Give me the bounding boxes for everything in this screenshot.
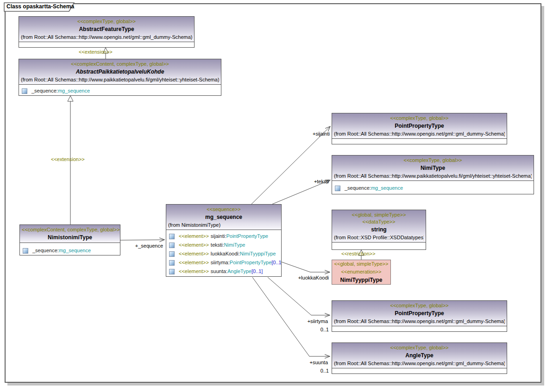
class-name: AngleType [334, 351, 505, 360]
class-box-nimityyppitype[interactable]: <<global, simpleType>> <<enumeration>> N… [332, 260, 391, 285]
empty-compartment [332, 326, 507, 331]
empty-compartment [332, 368, 507, 373]
class-name: string [334, 225, 424, 234]
attribute-compartment: _sequence:mg_sequence [332, 180, 534, 194]
attribute-type: PointPropertyType [226, 232, 268, 241]
class-stereotype: <<global, simpleType>> [334, 212, 424, 218]
edge-label-extension-top[interactable]: <<extension>> [79, 49, 132, 55]
attribute-name: siirtyma: [211, 258, 230, 267]
attribute-name: _sequence: [32, 246, 59, 255]
attribute-row[interactable]: <<element>>siirtyma:PointPropertyType[0.… [166, 258, 281, 267]
class-header: <<complexContent, complexType, global>> … [20, 225, 120, 243]
attribute-icon [169, 251, 175, 257]
edge-label-restriction[interactable]: <<restriction>> [341, 251, 375, 256]
attribute-icon [23, 248, 28, 254]
attribute-icon [169, 234, 175, 239]
class-box-angletype[interactable]: <<complexType, global>> AngleType (from … [332, 342, 507, 374]
attribute-type: mg_sequence [58, 87, 90, 95]
class-stereotype: <<sequence>> [168, 206, 279, 213]
class-stereotype: <<complexContent, complexType, global>> [22, 226, 118, 233]
attribute-stereotype: <<element>> [179, 241, 209, 249]
empty-compartment [332, 242, 426, 249]
edge-label-role-luokkakoodi[interactable]: +luokkaKoodi [283, 275, 329, 280]
class-from: (from Root::All Schemas::http://www.open… [334, 360, 505, 367]
attribute-icon [22, 88, 27, 94]
attribute-row[interactable]: <<element>>suunta:AngleType[0..1] [166, 267, 281, 276]
class-stereotype: <<dataType>> [334, 218, 424, 225]
class-name: NimiTyyppiType [332, 276, 390, 284]
attribute-name: sijainti: [211, 232, 226, 241]
attribute-multiplicity: [0..1] [271, 258, 281, 267]
class-header: <<global, simpleType>> <<dataType>> stri… [332, 210, 426, 242]
attribute-row[interactable]: _sequence:mg_sequence [332, 184, 534, 193]
empty-compartment [19, 42, 194, 47]
class-header: <<complexType, global>> AngleType (from … [332, 343, 507, 368]
class-header: <<complexType, global>> PointPropertyTyp… [332, 113, 507, 138]
class-from: (from Root::All Schemas::http://www.paik… [334, 172, 532, 180]
class-stereotype: <<complexType, global>> [334, 115, 505, 122]
edge-label-role-sijainti[interactable]: +sijainti [296, 131, 330, 137]
class-stereotype: <<enumeration>> [332, 268, 390, 276]
class-box-abstractfeaturetype[interactable]: <<complexType, global>> AbstractFeatureT… [19, 16, 195, 48]
class-header: <<sequence>> mg_sequence (from Nimistoni… [166, 205, 281, 230]
class-header: <<complexType, global>> PointPropertyTyp… [332, 301, 507, 326]
attribute-row[interactable]: <<element>>sijainti:PointPropertyType [166, 232, 281, 241]
attribute-stereotype: <<element>> [179, 249, 209, 258]
edge-label-role-teksti[interactable]: +teksti [296, 179, 329, 184]
edge-label-extension-left[interactable]: <<extension>> [51, 156, 85, 162]
attribute-name: suunta: [211, 267, 227, 276]
class-from: (from Root::All Schemas::http://www.paik… [21, 76, 219, 83]
attribute-row[interactable]: _sequence:mg_sequence [19, 87, 221, 95]
attribute-multiplicity: [0..1] [251, 267, 263, 276]
class-name: NimiType [334, 164, 532, 172]
class-stereotype: <<complexType, global>> [334, 157, 532, 164]
assoc-sijainti[interactable] [251, 126, 330, 204]
assoc-sequence[interactable] [120, 240, 164, 240]
edge-label-role-siirtyma[interactable]: +siirtyma [292, 318, 328, 324]
attribute-stereotype: <<element>> [179, 267, 209, 276]
attribute-icon [169, 260, 175, 266]
attribute-row[interactable]: <<element>>teksti:NimiType [166, 241, 281, 249]
empty-compartment [332, 138, 507, 144]
edge-label-role-suunta[interactable]: +suunta [292, 360, 328, 365]
class-box-mg-sequence[interactable]: <<sequence>> mg_sequence (from Nimistoni… [166, 204, 282, 277]
attribute-type: NimiType [224, 241, 245, 249]
attribute-name: _sequence: [345, 184, 371, 193]
attribute-icon [169, 269, 175, 274]
class-box-string[interactable]: <<global, simpleType>> <<dataType>> stri… [332, 210, 426, 250]
assoc-luokkakoodi[interactable] [282, 262, 330, 272]
extension-triangle-left [68, 96, 73, 101]
class-stereotype: <<complexType, global>> [334, 302, 505, 309]
class-name: PointPropertyType [334, 309, 505, 317]
edge-label-mult-suunta[interactable]: 0..1 [296, 368, 329, 373]
class-box-pointpropertytype-sijainti[interactable]: <<complexType, global>> PointPropertyTyp… [332, 113, 507, 144]
attribute-compartment: <<element>>sijainti:PointPropertyType <<… [166, 230, 281, 276]
class-box-abstractpaikkatietopalvelukohde[interactable]: <<complexContent, complexType, global>> … [19, 59, 221, 96]
class-header: <<complexContent, complexType, global>> … [19, 59, 221, 84]
diagram-title: Class opaskartta-Schema [6, 3, 74, 10]
class-stereotype: <<complexType, global>> [21, 18, 192, 25]
class-name: mg_sequence [168, 213, 279, 221]
edge-label-role-sequence[interactable]: +_sequence [130, 243, 163, 249]
edge-label-mult-siirtyma[interactable]: 0..1 [296, 327, 329, 332]
attribute-type: mg_sequence [371, 184, 403, 193]
assoc-siirtyma[interactable] [268, 277, 330, 315]
class-stereotype: <<complexContent, complexType, global>> [21, 61, 219, 68]
attribute-type: NimiTyyppiType [240, 249, 276, 258]
attribute-type: PointPropertyType [230, 258, 272, 267]
attribute-row[interactable]: <<element>>luokkaKoodi:NimiTyyppiType [166, 249, 281, 258]
assoc-suunta[interactable] [252, 277, 330, 356]
class-name: AbstractFeatureType [21, 25, 192, 33]
attribute-icon [169, 243, 175, 248]
attribute-type: mg_sequence [59, 246, 91, 255]
class-box-nimistonimitype[interactable]: <<complexContent, complexType, global>> … [19, 224, 120, 255]
class-from: (from Root::XSD Profile::XSDDatatypes) [334, 234, 424, 241]
class-box-nimitype[interactable]: <<complexType, global>> NimiType (from R… [332, 155, 534, 194]
attribute-row[interactable]: _sequence:mg_sequence [20, 246, 120, 255]
attribute-stereotype: <<element>> [179, 232, 209, 241]
class-header: <<complexType, global>> AbstractFeatureT… [19, 17, 194, 42]
attribute-name: _sequence: [31, 87, 58, 95]
attribute-stereotype: <<element>> [179, 258, 209, 267]
class-box-pointpropertytype-siirtyma[interactable]: <<complexType, global>> PointPropertyTyp… [332, 300, 507, 332]
class-from: (from Root::All Schemas::http://www.open… [334, 317, 505, 325]
